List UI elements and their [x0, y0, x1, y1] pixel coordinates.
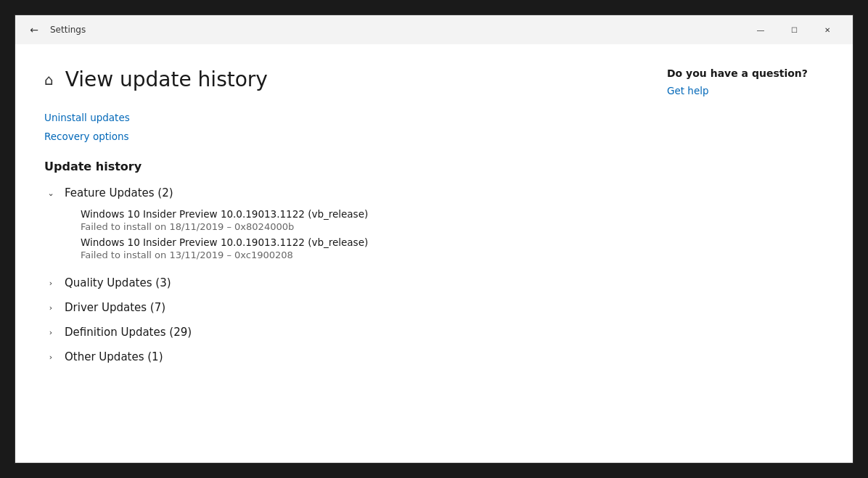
quality-updates-label: Quality Updates (3) — [65, 276, 171, 289]
feature-updates-group: ⌄ Feature Updates (2) Windows 10 Insider… — [44, 182, 621, 269]
list-item: Windows 10 Insider Preview 10.0.19013.11… — [81, 208, 621, 232]
driver-updates-label: Driver Updates (7) — [65, 301, 165, 314]
chevron-down-icon: ⌄ — [44, 186, 57, 199]
other-updates-header[interactable]: › Other Updates (1) — [44, 346, 621, 368]
back-button[interactable]: ← — [24, 20, 44, 40]
list-item: Windows 10 Insider Preview 10.0.19013.11… — [81, 236, 621, 260]
sidebar-question: Do you have a question? — [667, 67, 835, 79]
section-title: Update history — [44, 160, 621, 173]
update-item-status-2: Failed to install on 13/11/2019 – 0xc190… — [81, 250, 621, 260]
definition-updates-group: › Definition Updates (29) — [44, 321, 621, 343]
minimize-button[interactable]: — — [744, 18, 777, 41]
update-history-section: Update history ⌄ Feature Updates (2) Win… — [44, 160, 621, 368]
chevron-right-icon: › — [44, 276, 57, 289]
title-bar: ← Settings — ☐ ✕ — [15, 15, 853, 44]
quality-updates-group: › Quality Updates (3) — [44, 272, 621, 294]
update-item-status-1: Failed to install on 18/11/2019 – 0x8024… — [81, 221, 621, 232]
update-item-name-1: Windows 10 Insider Preview 10.0.19013.11… — [81, 208, 621, 220]
sidebar-right: Do you have a question? Get help — [650, 44, 853, 463]
definition-updates-header[interactable]: › Definition Updates (29) — [44, 321, 621, 343]
other-updates-group: › Other Updates (1) — [44, 346, 621, 368]
feature-updates-header[interactable]: ⌄ Feature Updates (2) — [44, 182, 621, 204]
chevron-right-icon: › — [44, 326, 57, 339]
uninstall-updates-link[interactable]: Uninstall updates — [44, 112, 621, 123]
maximize-button[interactable]: ☐ — [777, 18, 811, 41]
app-window: ← Settings — ☐ ✕ ⌂ View update history U… — [15, 15, 853, 463]
page-header: ⌂ View update history — [44, 67, 621, 91]
quality-updates-header[interactable]: › Quality Updates (3) — [44, 272, 621, 294]
chevron-right-icon: › — [44, 350, 57, 363]
chevron-right-icon: › — [44, 301, 57, 314]
main-content: ⌂ View update history Uninstall updates … — [15, 44, 650, 463]
content-area: ⌂ View update history Uninstall updates … — [15, 44, 853, 463]
quick-links: Uninstall updates Recovery options — [44, 112, 621, 142]
update-item-name-2: Windows 10 Insider Preview 10.0.19013.11… — [81, 236, 621, 248]
page-title: View update history — [65, 67, 268, 91]
feature-updates-content: Windows 10 Insider Preview 10.0.19013.11… — [44, 208, 621, 269]
definition-updates-label: Definition Updates (29) — [65, 326, 192, 339]
driver-updates-header[interactable]: › Driver Updates (7) — [44, 297, 621, 318]
home-icon: ⌂ — [44, 71, 54, 88]
close-button[interactable]: ✕ — [811, 18, 844, 41]
other-updates-label: Other Updates (1) — [65, 350, 163, 363]
driver-updates-group: › Driver Updates (7) — [44, 297, 621, 318]
window-controls: — ☐ ✕ — [744, 18, 844, 41]
feature-updates-label: Feature Updates (2) — [65, 186, 173, 199]
recovery-options-link[interactable]: Recovery options — [44, 131, 621, 142]
get-help-link[interactable]: Get help — [667, 85, 835, 96]
title-bar-title: Settings — [50, 25, 744, 35]
